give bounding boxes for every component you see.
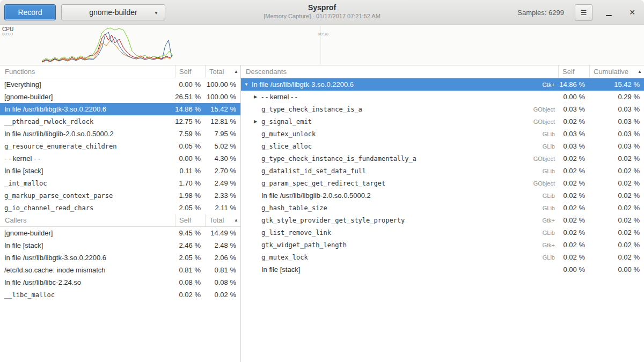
- column-header-self[interactable]: Self: [175, 65, 205, 78]
- self-percent: 26.51 %: [175, 93, 205, 101]
- close-button[interactable]: ✕: [625, 4, 640, 20]
- descendants-rows: ▼In file /usr/lib/libgtk-3.so.0.2200.6Gt…: [241, 78, 644, 276]
- symbol-name: - - kernel - -: [261, 93, 551, 101]
- cpu-usage-graph[interactable]: CPU 00:00 00:30: [0, 25, 644, 65]
- symbol-name: g_datalist_id_set_data_full: [261, 167, 538, 175]
- table-row[interactable]: ▼In file /usr/lib/libgtk-3.so.0.2200.6Gt…: [241, 78, 644, 91]
- total-percent: 4.30 %: [205, 154, 240, 162]
- symbol-name: In file /usr/lib/libglib-2.0.so.0.5000.2: [261, 191, 538, 200]
- table-row[interactable]: ▶- - kernel - -0.00 %0.29 %: [241, 91, 644, 103]
- table-row[interactable]: In file /usr/lib/libgtk-3.so.0.2200.614.…: [0, 103, 240, 115]
- total-percent: 12.81 %: [205, 117, 240, 125]
- table-row[interactable]: In file [stack]0.11 %2.70 %: [0, 165, 240, 177]
- table-row[interactable]: g_hash_table_sizeGLib0.02 %0.02 %: [241, 202, 644, 214]
- table-row[interactable]: g_mutex_unlockGLib0.03 %0.03 %: [241, 128, 644, 140]
- table-row[interactable]: In file /usr/lib/libgtk-3.so.0.2200.62.0…: [0, 252, 240, 264]
- callers-pane: Callers Self Total ▲ [gnome-builder]9.45…: [0, 214, 240, 362]
- name-cell: In file /usr/lib/libglib-2.0.so.0.5000.2…: [241, 191, 558, 200]
- expand-arrow-icon[interactable]: ▶: [254, 94, 261, 99]
- name-cell: In file /usr/lib/libc-2.24.so: [0, 278, 175, 286]
- table-row[interactable]: In file [stack]0.00 %0.00 %: [241, 263, 644, 276]
- table-row[interactable]: /etc/ld.so.cache: inode mismatch0.81 %0.…: [0, 264, 240, 276]
- callers-header-row: Callers Self Total ▲: [0, 214, 240, 227]
- column-header-total[interactable]: Total ▲: [205, 214, 240, 226]
- record-button[interactable]: Record: [4, 4, 56, 20]
- table-row[interactable]: gtk_style_provider_get_style_propertyGtk…: [241, 214, 644, 226]
- table-row[interactable]: g_mutex_lockGLib0.02 %0.02 %: [241, 251, 644, 263]
- table-row[interactable]: __pthread_rwlock_rdlock12.75 %12.81 %: [0, 115, 240, 128]
- symbol-name: In file /usr/lib/libc-2.24.so: [4, 278, 175, 286]
- name-cell: In file [stack]: [0, 241, 175, 249]
- left-pane: Functions Self Total ▲ [Everything]0.00 …: [0, 65, 241, 362]
- process-selector-label: gnome-builder: [89, 8, 137, 17]
- table-row[interactable]: [gnome-builder]9.45 %14.49 %: [0, 227, 240, 239]
- collapse-arrow-icon[interactable]: ▼: [244, 82, 252, 87]
- self-percent: 2.05 %: [175, 204, 205, 212]
- cumulative-percent: 0.02 %: [589, 204, 644, 212]
- table-row[interactable]: - - kernel - -0.00 %4.30 %: [0, 152, 240, 165]
- table-row[interactable]: In file /usr/lib/libglib-2.0.so.0.5000.2…: [0, 128, 240, 140]
- process-selector-dropdown[interactable]: gnome-builder ▼: [61, 4, 165, 20]
- total-percent: 2.70 %: [205, 167, 240, 175]
- name-cell: g_hash_table_sizeGLib: [241, 204, 558, 212]
- library-tag: GObject: [533, 106, 555, 113]
- name-cell: g_mutex_unlockGLib: [241, 130, 558, 138]
- symbol-name: g_resource_enumerate_children: [4, 143, 175, 150]
- minimize-icon: [606, 15, 612, 16]
- symbol-name: g_signal_emit: [261, 118, 529, 125]
- total-percent: 2.33 %: [205, 191, 240, 200]
- table-row[interactable]: [Everything]0.00 %100.00 %: [0, 78, 240, 91]
- table-row[interactable]: _int_malloc1.70 %2.49 %: [0, 177, 240, 189]
- table-row[interactable]: In file /usr/lib/libglib-2.0.so.0.5000.2…: [241, 189, 644, 202]
- column-header-descendants[interactable]: Descendants: [241, 65, 558, 78]
- table-row[interactable]: g_slice_allocGLib0.03 %0.03 %: [241, 140, 644, 152]
- symbol-name: g_type_check_instance_is_a: [261, 106, 529, 113]
- library-tag: GObject: [533, 156, 555, 162]
- symbol-name: In file /usr/lib/libgtk-3.so.0.2200.6: [252, 80, 538, 88]
- self-percent: 2.46 %: [175, 241, 205, 249]
- library-tag: GObject: [533, 119, 555, 125]
- table-row[interactable]: g_param_spec_get_redirect_targetGObject0…: [241, 177, 644, 189]
- table-row[interactable]: gtk_widget_path_lengthGtk+0.02 %0.02 %: [241, 239, 644, 251]
- column-header-callers[interactable]: Callers: [0, 214, 175, 226]
- name-cell: ▶g_signal_emitGObject: [241, 118, 558, 125]
- table-row[interactable]: g_markup_parse_context_parse1.98 %2.33 %: [0, 189, 240, 202]
- symbol-name: g_mutex_unlock: [261, 130, 538, 138]
- column-header-self[interactable]: Self: [558, 65, 589, 78]
- menu-button[interactable]: ☰: [575, 4, 592, 21]
- titlebar-right-group: Samples: 6299 ☰ ✕: [517, 4, 640, 21]
- total-percent: 2.48 %: [205, 241, 240, 249]
- column-header-self[interactable]: Self: [175, 214, 205, 226]
- name-cell: [gnome-builder]: [0, 93, 175, 101]
- expand-arrow-icon[interactable]: ▶: [254, 119, 261, 124]
- table-row[interactable]: ▶g_signal_emitGObject0.02 %0.03 %: [241, 115, 644, 128]
- minimize-button[interactable]: [601, 4, 616, 20]
- table-row[interactable]: g_resource_enumerate_children0.05 %5.02 …: [0, 140, 240, 152]
- self-percent: 0.02 %: [558, 167, 589, 175]
- column-header-cumulative[interactable]: Cumulative ▲: [589, 65, 644, 78]
- column-header-total[interactable]: Total ▲: [205, 65, 240, 78]
- self-percent: 7.59 %: [175, 130, 205, 138]
- table-row[interactable]: In file [stack]2.46 %2.48 %: [0, 239, 240, 252]
- table-row[interactable]: g_list_remove_linkGLib0.02 %0.02 %: [241, 226, 644, 239]
- cumulative-percent: 0.02 %: [589, 241, 644, 249]
- titlebar: Record gnome-builder ▼ Sysprof [Memory C…: [0, 0, 644, 25]
- table-row[interactable]: In file /usr/lib/libc-2.24.so0.08 %0.08 …: [0, 276, 240, 289]
- self-percent: 14.86 %: [558, 80, 589, 88]
- symbol-name: In file [stack]: [4, 241, 175, 249]
- library-tag: Gtk+: [542, 82, 555, 88]
- symbol-name: In file [stack]: [4, 167, 175, 175]
- column-header-functions[interactable]: Functions: [0, 65, 175, 78]
- table-row[interactable]: g_type_check_instance_is_aGObject0.03 %0…: [241, 103, 644, 115]
- table-row[interactable]: __libc_malloc0.02 %0.02 %: [0, 289, 240, 301]
- cpu-trace-red: [42, 34, 171, 62]
- table-row[interactable]: g_type_check_instance_is_fundamentally_a…: [241, 152, 644, 165]
- self-percent: 0.00 %: [175, 80, 205, 88]
- table-row[interactable]: [gnome-builder]26.51 %100.00 %: [0, 91, 240, 103]
- self-percent: 0.02 %: [558, 204, 589, 212]
- table-row[interactable]: g_datalist_id_set_data_fullGLib0.02 %0.0…: [241, 165, 644, 177]
- name-cell: g_resource_enumerate_children: [0, 143, 175, 150]
- name-cell: g_datalist_id_set_data_fullGLib: [241, 167, 558, 175]
- name-cell: [gnome-builder]: [0, 229, 175, 237]
- table-row[interactable]: g_io_channel_read_chars2.05 %2.11 %: [0, 202, 240, 214]
